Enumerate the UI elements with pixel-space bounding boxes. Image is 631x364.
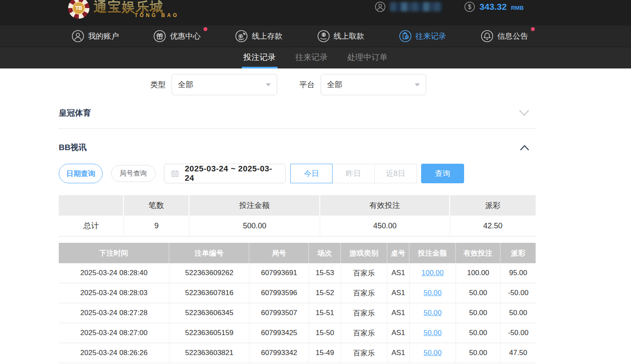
search-button[interactable]: 查询 bbox=[421, 164, 464, 183]
col-payout: 派彩 bbox=[501, 243, 536, 263]
notification-dot bbox=[531, 27, 535, 31]
payout: 47.50 bbox=[501, 343, 536, 363]
logo-subtitle: TONG BAO bbox=[135, 12, 179, 18]
nav-label: 信息公告 bbox=[497, 31, 528, 41]
date-query-button[interactable]: 日期查询 bbox=[59, 164, 103, 183]
today-button[interactable]: 今日 bbox=[290, 164, 333, 183]
crown-sports-section: 皇冠体育 bbox=[59, 95, 536, 129]
balance-display: 343.32 RMB bbox=[464, 1, 524, 12]
top-header: TB 通宝娱乐城 TONG BAO 343.32 RMB bbox=[0, 0, 631, 26]
nav-item-my-account[interactable]: 我的账户 bbox=[72, 30, 119, 43]
type-select[interactable]: 全部 bbox=[172, 74, 277, 95]
round-number: 607993425 bbox=[250, 323, 309, 343]
nav-item-transaction-records[interactable]: 往来记录 bbox=[399, 30, 446, 43]
chip-monogram: TB bbox=[72, 2, 85, 14]
col-round: 局号 bbox=[250, 243, 309, 263]
col-table: 桌号 bbox=[387, 243, 410, 263]
col-game-type: 游戏类别 bbox=[341, 243, 387, 263]
withdraw-icon bbox=[317, 30, 330, 43]
nav-label: 优惠中心 bbox=[170, 31, 201, 41]
record-tabs: 投注记录 往来记录 处理中订单 bbox=[0, 47, 631, 68]
valid-bet: 50.00 bbox=[456, 283, 501, 303]
summary-total-label: 总计 bbox=[59, 216, 124, 236]
table-row: 2025-03-24 08:26:26 522363603821 6079933… bbox=[59, 343, 536, 363]
summary-valid-bet-value: 450.00 bbox=[320, 216, 450, 236]
platform-select[interactable]: 全部 bbox=[321, 74, 426, 95]
dollar-circle-icon bbox=[464, 1, 475, 12]
bet-amount-link[interactable]: 50.00 bbox=[424, 349, 442, 357]
last-8-days-button[interactable]: 近8日 bbox=[375, 164, 417, 183]
col-bet-id: 注单编号 bbox=[169, 243, 250, 263]
balance-amount: 343.32 bbox=[479, 2, 507, 12]
payout: -50.00 bbox=[501, 283, 536, 303]
content-area: 类型 全部 平台 全部 皇冠体育 BB视讯 bbox=[59, 74, 536, 364]
platform-select-value: 全部 bbox=[327, 80, 342, 90]
balance-currency: RMB bbox=[511, 5, 524, 11]
deposit-icon bbox=[235, 30, 248, 43]
bet-id: 522363609262 bbox=[169, 263, 250, 283]
bet-id: 522363606345 bbox=[169, 303, 250, 323]
game-type: 百家乐 bbox=[341, 343, 387, 363]
payout: 95.00 bbox=[501, 263, 536, 283]
chevron-down-icon[interactable] bbox=[519, 109, 530, 117]
session: 15-52 bbox=[309, 283, 341, 303]
chevron-down-icon bbox=[415, 83, 420, 86]
nav-label: 线上取款 bbox=[334, 31, 364, 41]
round-number: 607993596 bbox=[250, 283, 309, 303]
summary-header-count: 笔数 bbox=[124, 195, 189, 216]
session: 15-50 bbox=[309, 323, 341, 343]
bet-amount-link[interactable]: 50.00 bbox=[424, 309, 442, 317]
bets-header-row: 下注时间 注单编号 局号 场次 游戏类别 桌号 投注金额 有效投注 派彩 bbox=[59, 243, 536, 263]
tab-bet-records[interactable]: 投注记录 bbox=[242, 47, 278, 68]
nav-item-promotions[interactable]: 优惠中心 bbox=[153, 30, 201, 43]
crown-sports-title: 皇冠体育 bbox=[59, 108, 91, 119]
table-row: 2025-03-24 08:27:28 522363606345 6079935… bbox=[59, 303, 536, 323]
table-number: AS1 bbox=[387, 303, 410, 323]
valid-bet: 50.00 bbox=[456, 323, 501, 343]
records-icon bbox=[399, 30, 412, 43]
nav-item-withdraw[interactable]: 线上取款 bbox=[317, 30, 364, 43]
payout: 50.00 bbox=[501, 303, 536, 323]
chevron-up-icon[interactable] bbox=[519, 144, 530, 151]
nav-label: 往来记录 bbox=[416, 31, 446, 41]
table-row: 2025-03-24 08:28:03 522363607816 6079935… bbox=[59, 283, 536, 303]
bb-live-section: BB视讯 日期查询 局号查询 2025-03-24 ~ 2025-03 bbox=[59, 129, 536, 364]
valid-bet: 50.00 bbox=[456, 343, 501, 363]
bet-time: 2025-03-24 08:27:00 bbox=[59, 323, 169, 343]
table-number: AS1 bbox=[387, 283, 410, 303]
query-controls: 日期查询 局号查询 2025-03-24 ~ 2025-03-24 今日 昨日 … bbox=[59, 164, 536, 183]
type-filter-label: 类型 bbox=[150, 80, 166, 90]
table-number: AS1 bbox=[387, 323, 410, 343]
tab-pending-orders[interactable]: 处理中订单 bbox=[346, 47, 390, 68]
site-logo[interactable]: TB 通宝娱乐城 TONG BAO bbox=[68, 0, 179, 19]
account-icon bbox=[72, 30, 84, 43]
tab-transaction-records[interactable]: 往来记录 bbox=[294, 47, 330, 68]
summary-bet-amount-value: 500.00 bbox=[189, 216, 320, 236]
bet-amount-link[interactable]: 50.00 bbox=[424, 329, 442, 337]
bet-time: 2025-03-24 08:26:26 bbox=[59, 343, 169, 363]
platform-filter-label: 平台 bbox=[299, 80, 315, 90]
nav-item-announcements[interactable]: 信息公告 bbox=[481, 30, 528, 43]
round-query-button[interactable]: 局号查询 bbox=[111, 165, 155, 182]
chevron-down-icon bbox=[266, 83, 271, 86]
nav-label: 我的账户 bbox=[88, 31, 119, 41]
date-range-input[interactable]: 2025-03-24 ~ 2025-03-24 bbox=[164, 164, 286, 183]
col-bet-amount: 投注金额 bbox=[410, 243, 456, 263]
crown-sports-header[interactable]: 皇冠体育 bbox=[59, 95, 536, 119]
round-number: 607993342 bbox=[250, 343, 309, 363]
summary-payout-value: 42.50 bbox=[450, 216, 536, 236]
bet-amount-link[interactable]: 100.00 bbox=[422, 269, 444, 277]
username-redacted bbox=[390, 2, 442, 11]
yesterday-button[interactable]: 昨日 bbox=[333, 164, 375, 183]
bb-live-header[interactable]: BB视讯 bbox=[59, 129, 536, 153]
payout: -50.00 bbox=[501, 323, 536, 343]
nav-label: 线上存款 bbox=[252, 31, 282, 41]
summary-header-bet-amount: 投注金额 bbox=[189, 195, 320, 216]
bet-amount-link[interactable]: 50.00 bbox=[424, 289, 442, 297]
game-type: 百家乐 bbox=[341, 323, 387, 343]
table-number: AS1 bbox=[387, 343, 410, 363]
user-account[interactable] bbox=[375, 1, 442, 12]
summary-table: 笔数 投注金额 有效投注 派彩 总计 9 500.00 450.00 42.50 bbox=[59, 195, 536, 236]
game-type: 百家乐 bbox=[341, 283, 387, 303]
nav-item-deposit[interactable]: 线上存款 bbox=[235, 30, 282, 43]
